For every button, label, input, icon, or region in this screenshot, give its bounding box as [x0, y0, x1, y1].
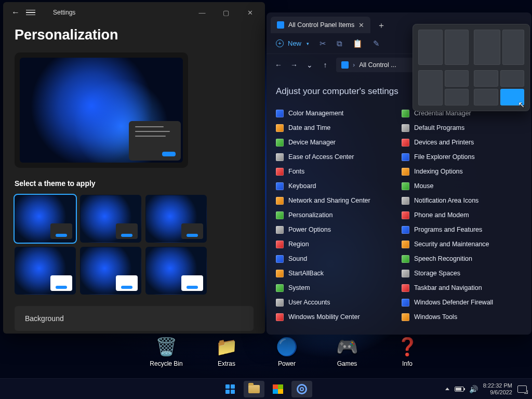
battery-icon[interactable] [455, 387, 464, 392]
control-panel-item[interactable]: Personalization [276, 210, 396, 220]
theme-tile-5[interactable] [80, 247, 141, 295]
maximize-button[interactable]: ▢ [214, 5, 238, 20]
desktop-icon-games[interactable]: 🎮 Games [326, 335, 368, 367]
control-panel-item[interactable]: Region [276, 239, 396, 249]
control-panel-item[interactable]: Default Programs [402, 123, 522, 133]
paste-icon[interactable]: 📋 [353, 39, 363, 48]
snap-cell[interactable] [474, 30, 500, 65]
control-panel-item[interactable]: File Explorer Options [402, 152, 522, 162]
theme-tile-6[interactable] [145, 247, 207, 295]
cp-item-icon [402, 110, 409, 117]
control-panel-item[interactable]: Ease of Access Center [276, 152, 396, 162]
control-panel-item[interactable]: Phone and Modem [402, 210, 522, 220]
desktop-icon-extras[interactable]: 📁 Extras [206, 335, 247, 367]
control-panel-item[interactable]: Windows Mobility Center [276, 312, 396, 322]
new-tab-button[interactable]: ＋ [374, 18, 389, 33]
control-panel-item[interactable]: Power Options [276, 224, 396, 235]
close-button[interactable]: ✕ [238, 5, 262, 20]
control-panel-item[interactable]: Sound [276, 254, 396, 264]
notifications-icon[interactable] [517, 385, 527, 393]
snap-cell-hovered[interactable] [500, 89, 525, 105]
theme-tile-1[interactable] [15, 195, 76, 243]
nav-history-icon[interactable]: ⌄ [305, 61, 314, 69]
control-panel-item[interactable]: StartAllBack [276, 268, 396, 278]
cut-icon[interactable]: ✂ [320, 39, 326, 48]
info-icon: ❓ [396, 335, 419, 358]
cp-item-label: Security and Maintenance [414, 241, 489, 248]
taskbar-store-button[interactable] [268, 381, 288, 397]
settings-titlebar[interactable]: ← Settings — ▢ ✕ [3, 2, 265, 23]
tab-close-icon[interactable]: ✕ [358, 21, 364, 29]
volume-icon[interactable]: 🔊 [469, 385, 478, 393]
control-panel-item[interactable]: Indexing Options [402, 166, 522, 177]
control-panel-item[interactable]: System [276, 283, 396, 293]
toolbar-new-button[interactable]: + New ▾ [276, 39, 309, 47]
system-tray: 🔊 8:22:32 PM 9/6/2022 [445, 382, 527, 395]
cp-item-label: Mouse [414, 182, 434, 190]
settings-window: ← Settings — ▢ ✕ Personalization Select … [3, 2, 265, 334]
control-panel-item[interactable]: Date and Time [276, 123, 396, 133]
control-panel-item[interactable]: Fonts [276, 166, 396, 177]
settings-row-background[interactable]: Background [15, 306, 254, 331]
control-panel-item[interactable]: Taskbar and Navigation [402, 283, 522, 293]
control-panel-icon [341, 61, 349, 69]
start-button[interactable] [220, 381, 241, 397]
back-icon[interactable]: ← [11, 8, 20, 17]
control-panel-item[interactable]: Windows Tools [402, 312, 522, 322]
snap-layout-1 [418, 30, 469, 65]
control-panel-item[interactable]: Storage Spaces [402, 268, 522, 278]
copy-icon[interactable]: ⧉ [337, 39, 342, 48]
desktop-icon-power[interactable]: 🔵 Power [266, 335, 308, 367]
control-panel-item[interactable]: Windows Defender Firewall [402, 297, 522, 308]
taskbar-clock[interactable]: 8:22:32 PM 9/6/2022 [483, 382, 512, 395]
cp-item-icon [276, 124, 284, 132]
nav-back-icon[interactable]: ← [274, 61, 283, 69]
snap-cell[interactable] [418, 30, 443, 65]
control-panel-item[interactable]: Device Manager [276, 137, 396, 148]
snap-cell[interactable] [445, 30, 469, 65]
control-panel-item[interactable]: Devices and Printers [402, 137, 522, 148]
control-panel-item[interactable]: User Accounts [276, 297, 396, 308]
minimize-button[interactable]: — [190, 5, 214, 20]
rename-icon[interactable]: ✎ [373, 39, 380, 48]
cp-item-label: Region [288, 241, 309, 248]
cp-item-icon [402, 124, 409, 132]
hamburger-icon[interactable] [26, 10, 35, 16]
theme-tile-3[interactable] [145, 195, 207, 243]
control-panel-item[interactable]: Programs and Features [402, 224, 522, 235]
cp-item-icon [402, 255, 409, 263]
control-panel-item[interactable]: Speech Recognition [402, 254, 522, 264]
snap-cell[interactable] [474, 70, 498, 87]
cp-item-label: Taskbar and Navigation [414, 284, 482, 291]
cp-item-label: Sound [288, 255, 307, 262]
theme-heading: Select a theme to apply [15, 179, 254, 188]
settings-body: Personalization Select a theme to apply … [3, 23, 265, 334]
snap-cell[interactable] [474, 89, 498, 105]
theme-tile-4[interactable] [15, 247, 76, 295]
desktop-icon-info[interactable]: ❓ Info [387, 335, 428, 367]
control-panel-item[interactable]: Network and Sharing Center [276, 195, 396, 206]
cp-item-label: Notification Area Icons [414, 197, 478, 204]
snap-cell[interactable] [445, 70, 469, 87]
nav-forward-icon[interactable]: → [289, 61, 299, 69]
desktop-icon-recycle-bin[interactable]: 🗑️ Recycle Bin [145, 335, 187, 367]
theme-tile-2[interactable] [80, 195, 141, 243]
snap-cell[interactable] [445, 89, 469, 105]
tray-overflow-icon[interactable] [445, 388, 449, 390]
control-panel-item[interactable]: Mouse [402, 181, 522, 191]
snap-cell[interactable] [418, 70, 443, 105]
nav-up-icon[interactable]: ↑ [321, 61, 330, 69]
taskbar-explorer-button[interactable] [244, 381, 264, 397]
snap-cell[interactable] [500, 70, 525, 87]
power-icon: 🔵 [275, 335, 298, 358]
control-panel-item[interactable]: Notification Area Icons [402, 195, 522, 206]
control-panel-item[interactable]: Keyboard [276, 181, 396, 191]
explorer-tab-active[interactable]: All Control Panel Items ✕ [271, 17, 370, 33]
control-panel-item[interactable]: Color Management [276, 108, 396, 118]
control-panel-item[interactable]: Security and Maintenance [402, 239, 522, 249]
cp-item-label: Devices and Printers [414, 139, 474, 146]
snap-cell[interactable] [502, 30, 524, 65]
cp-item-icon [276, 211, 284, 219]
label: Games [337, 360, 357, 367]
taskbar-settings-button[interactable] [291, 381, 312, 397]
